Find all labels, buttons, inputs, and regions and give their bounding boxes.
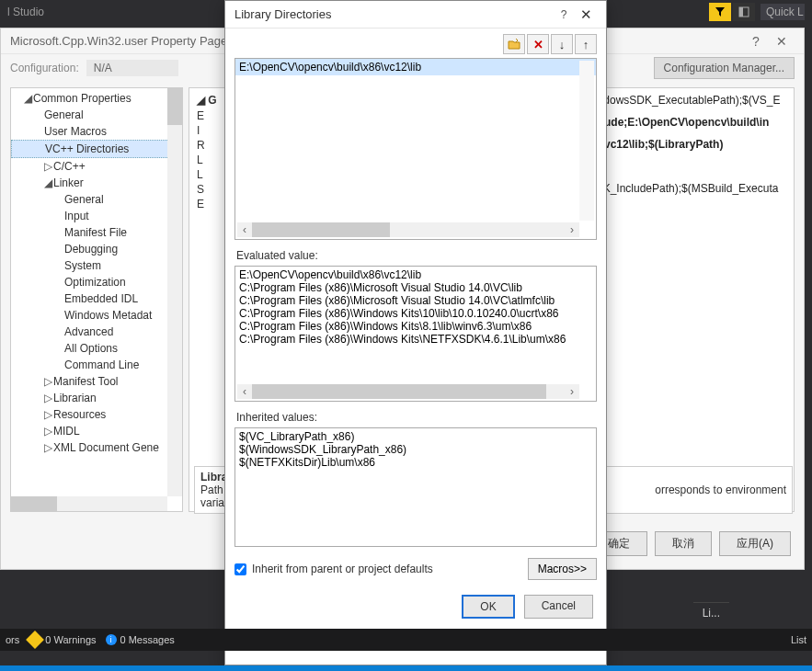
tree-linker-general[interactable]: General	[11, 191, 182, 208]
bottom-tab[interactable]: Li...	[693, 602, 729, 623]
inherited-values-box: $(VC_LibraryPath_x86) $(WindowsSDK_Libra…	[234, 427, 597, 547]
edit-scrollbar-v[interactable]	[579, 61, 594, 221]
tree-debugging[interactable]: Debugging	[11, 241, 182, 257]
ld-title-text: Library Directories	[234, 7, 553, 21]
config-value[interactable]: N/A	[86, 60, 178, 76]
eval-scrollbar-h[interactable]: ‹ ›	[237, 384, 579, 399]
tree-common-properties[interactable]: ◢Common Properties	[11, 90, 182, 107]
eval-line: C:\Program Files (x86)\Windows Kits\10\l…	[239, 307, 592, 320]
tree-librarian[interactable]: ▷Librarian	[11, 390, 182, 406]
close-icon[interactable]: ✕	[769, 34, 795, 49]
inh-line: $(WindowsSDK_LibraryPath_x86)	[239, 443, 592, 456]
config-label: Configuration:	[10, 62, 79, 74]
help-icon[interactable]: ?	[553, 8, 575, 21]
eval-line: C:\Program Files (x86)\Windows Kits\NETF…	[239, 333, 592, 346]
tree-optimization[interactable]: Optimization	[11, 274, 182, 290]
move-up-icon[interactable]: ↑	[575, 34, 597, 54]
ld-toolbar: ✕ ↓ ↑	[225, 28, 606, 58]
tree-ccpp[interactable]: ▷C/C++	[11, 158, 182, 175]
eval-line: E:\OpenCV\opencv\build\x86\vc12\lib	[239, 268, 592, 281]
close-icon[interactable]: ✕	[575, 6, 597, 23]
macros-button[interactable]: Macros>>	[528, 558, 597, 580]
tree-xml-doc-gen[interactable]: ▷XML Document Gene	[11, 439, 182, 456]
tree-resources[interactable]: ▷Resources	[11, 406, 182, 423]
grid-values-column: indowsSDK_ExecutablePath);$(VS_E clude;E…	[595, 94, 788, 204]
inherited-label: Inherited values:	[236, 411, 595, 424]
evaluated-value-box: E:\OpenCV\opencv\build\x86\vc12\lib C:\P…	[234, 266, 597, 402]
help-icon[interactable]: ?	[743, 34, 769, 49]
pp-apply-button[interactable]: 应用(A)	[719, 531, 791, 556]
configuration-manager-button[interactable]: Configuration Manager...	[654, 57, 795, 79]
new-folder-icon[interactable]	[503, 34, 525, 54]
pp-cancel-button[interactable]: 取消	[655, 531, 712, 556]
grid-value: indowsSDK_ExecutablePath);$(VS_E	[595, 94, 788, 107]
tree-embedded-idl[interactable]: Embedded IDL	[11, 290, 182, 307]
grid-value: clude;E:\OpenCV\opencv\build\in	[595, 116, 788, 129]
quick-launch-input[interactable]: Quick L	[761, 4, 805, 20]
svg-rect-1	[739, 7, 743, 17]
tree-command-line[interactable]: Command Line	[11, 357, 182, 373]
tree-scrollbar-h[interactable]	[11, 496, 167, 511]
category-tree[interactable]: ◢Common Properties General User Macros V…	[10, 87, 183, 512]
evaluated-label: Evaluated value:	[236, 249, 595, 262]
tree-linker[interactable]: ◢Linker	[11, 175, 182, 191]
eval-line: C:\Program Files (x86)\Microsoft Visual …	[239, 294, 592, 307]
grid-value: DK_IncludePath);$(MSBuild_Executa	[595, 182, 788, 195]
inherit-checkbox[interactable]: Inherit from parent or project defaults	[234, 563, 433, 575]
inh-line: $(NETFXKitsDir)Lib\um\x86	[239, 456, 592, 469]
directories-editbox[interactable]: E:\OpenCV\opencv\build\x86\vc12\lib ‹ ›	[234, 58, 597, 240]
tree-system[interactable]: System	[11, 257, 182, 274]
tree-scrollbar-v[interactable]	[167, 88, 182, 496]
tree-vc-directories[interactable]: VC++ Directories	[11, 140, 182, 158]
list-label: List	[791, 634, 806, 645]
tree-manifest-tool[interactable]: ▷Manifest Tool	[11, 373, 182, 390]
scroll-left-icon[interactable]: ‹	[237, 385, 252, 398]
library-directories-dialog: Library Directories ? ✕ ✕ ↓ ↑ E:\OpenCV\…	[224, 0, 607, 665]
edit-scrollbar-h[interactable]: ‹ ›	[237, 222, 579, 237]
move-down-icon[interactable]: ↓	[551, 34, 573, 54]
vs-statusbar	[0, 665, 812, 671]
eval-line: C:\Program Files (x86)\Windows Kits\8.1\…	[239, 320, 592, 333]
scroll-right-icon[interactable]: ›	[565, 223, 579, 236]
inherit-checkbox-label: Inherit from parent or project defaults	[252, 563, 433, 575]
tree-user-macros[interactable]: User Macros	[11, 123, 182, 140]
scroll-right-icon[interactable]: ›	[565, 385, 579, 398]
tree-manifest-file[interactable]: Manifest File	[11, 224, 182, 241]
messages-pill[interactable]: i0 Messages	[106, 634, 175, 645]
window-layout-icon[interactable]	[733, 3, 755, 21]
ld-titlebar: Library Directories ? ✕	[225, 1, 606, 28]
cancel-button[interactable]: Cancel	[524, 595, 593, 619]
tree-midl[interactable]: ▷MIDL	[11, 423, 182, 439]
grid-value: 6\vc12\lib;$(LibraryPath)	[595, 138, 788, 151]
errors-pill[interactable]: ors	[6, 634, 19, 645]
error-list-statusbar: ors 0 Warnings i0 Messages List	[0, 629, 812, 651]
warnings-pill[interactable]: 0 Warnings	[29, 633, 96, 646]
tree-linker-input[interactable]: Input	[11, 208, 182, 224]
info-icon: i	[106, 634, 117, 645]
tree-advanced[interactable]: Advanced	[11, 324, 182, 340]
inherit-checkbox-input[interactable]	[234, 563, 246, 575]
directory-entry[interactable]: E:\OpenCV\opencv\build\x86\vc12\lib	[235, 59, 596, 75]
grid-value: );	[595, 160, 788, 173]
inh-line: $(VC_LibraryPath_x86)	[239, 430, 592, 443]
scroll-left-icon[interactable]: ‹	[237, 223, 252, 236]
warning-icon	[26, 631, 44, 649]
eval-line: C:\Program Files (x86)\Microsoft Visual …	[239, 281, 592, 294]
tree-general[interactable]: General	[11, 107, 182, 123]
filter-icon[interactable]	[709, 3, 731, 21]
tree-all-options[interactable]: All Options	[11, 340, 182, 357]
delete-icon[interactable]: ✕	[527, 34, 549, 54]
tree-windows-metadata[interactable]: Windows Metadat	[11, 307, 182, 324]
ok-button[interactable]: OK	[462, 595, 514, 619]
